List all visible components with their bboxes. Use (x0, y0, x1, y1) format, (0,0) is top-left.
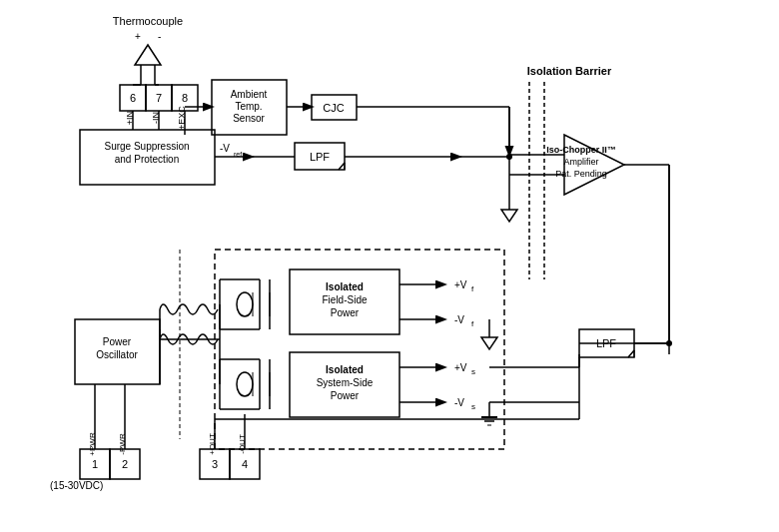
svg-marker-83 (481, 337, 497, 349)
svg-text:Amplifier: Amplifier (563, 157, 598, 167)
svg-text:1: 1 (92, 458, 98, 470)
svg-text:s: s (471, 367, 475, 376)
svg-text:Surge Suppression: Surge Suppression (104, 141, 189, 152)
svg-text:-V: -V (454, 397, 464, 408)
svg-text:f: f (471, 319, 474, 328)
svg-text:ref: ref (234, 151, 242, 158)
svg-point-87 (237, 372, 253, 396)
svg-text:Sensor: Sensor (233, 113, 265, 124)
svg-text:+: + (135, 31, 141, 42)
svg-text:6: 6 (130, 92, 136, 104)
svg-text:LPF: LPF (310, 151, 330, 163)
svg-text:Temp.: Temp. (235, 101, 262, 112)
svg-text:Isolated: Isolated (326, 281, 364, 292)
svg-text:2: 2 (122, 458, 128, 470)
svg-text:Pat. Pending: Pat. Pending (555, 169, 607, 179)
svg-text:CJC: CJC (323, 102, 344, 114)
svg-text:Iso-Chopper II™: Iso-Chopper II™ (546, 145, 616, 155)
svg-text:+V: +V (454, 279, 467, 290)
svg-text:+V: +V (454, 362, 467, 373)
svg-text:Power: Power (103, 336, 132, 347)
svg-text:System-Side: System-Side (317, 377, 374, 388)
svg-text:8: 8 (182, 92, 188, 104)
svg-line-40 (339, 163, 345, 170)
svg-text:Isolation Barrier: Isolation Barrier (527, 65, 612, 77)
svg-text:s: s (471, 402, 475, 411)
svg-text:Thermocouple: Thermocouple (113, 15, 183, 27)
svg-marker-59 (501, 210, 517, 222)
svg-point-67 (237, 292, 253, 316)
svg-text:-V: -V (454, 314, 464, 325)
svg-text:4: 4 (242, 458, 248, 470)
svg-text:Ambient: Ambient (231, 89, 268, 100)
svg-text:Isolated: Isolated (326, 364, 364, 375)
svg-text:-V: -V (220, 143, 230, 154)
svg-text:Power: Power (331, 307, 360, 318)
svg-text:Power: Power (331, 390, 360, 401)
circuit-diagram: Thermocouple + - 6 7 8 +IN -IN +EXC (0, 0, 779, 532)
svg-marker-3 (135, 45, 161, 65)
svg-text:f: f (471, 284, 474, 293)
svg-line-110 (628, 350, 634, 357)
svg-text:(15-30VDC): (15-30VDC) (50, 480, 103, 491)
svg-text:-: - (158, 31, 161, 42)
svg-text:7: 7 (156, 92, 162, 104)
svg-text:and Protection: and Protection (115, 154, 180, 165)
svg-text:Field-Side: Field-Side (322, 294, 367, 305)
svg-text:Oscillator: Oscillator (96, 349, 138, 360)
svg-text:3: 3 (212, 458, 218, 470)
